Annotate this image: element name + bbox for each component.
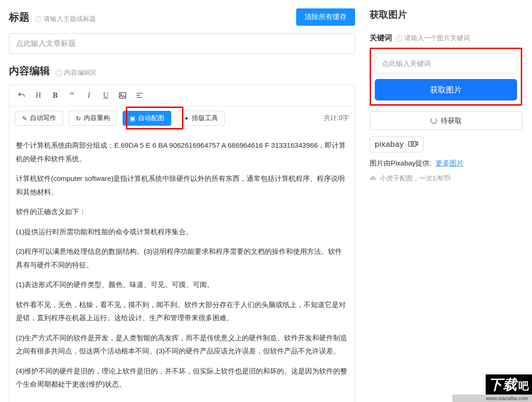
pencil-icon: ✎ xyxy=(22,115,27,122)
keyword-panel-highlight: 获取图片 xyxy=(370,48,522,106)
editor-box: H B “ I U ✎ 自动写作 ↻ 内容 xyxy=(9,85,355,402)
word-count: 共计:0字 xyxy=(324,114,349,122)
camera-icon xyxy=(408,140,418,149)
side-title: 获取图片 xyxy=(370,8,522,21)
cloud-icon xyxy=(370,175,377,182)
paragraph: (2)程序可以满意地处理信息的数据结构。(3)说明程序功能要求和程序需要的文档的… xyxy=(16,245,348,272)
keyword-hint: ! 请输入一个图片关键词 xyxy=(396,34,470,43)
pending-button[interactable]: 待获取 xyxy=(370,111,522,130)
info-icon: ! xyxy=(35,16,42,22)
svg-point-1 xyxy=(121,94,122,95)
spinner-icon xyxy=(430,117,437,124)
watermark-logo: 下载吧 xyxy=(486,374,532,395)
info-icon: ! xyxy=(396,35,402,42)
watermark: 下载吧 www.xiazaiba.com xyxy=(452,373,532,402)
info-icon: ! xyxy=(56,70,62,76)
wand-icon: ✦ xyxy=(184,115,189,122)
fetch-image-button[interactable]: 获取图片 xyxy=(375,79,517,100)
image-icon: ▣ xyxy=(130,115,135,122)
layout-tool-button[interactable]: ✦ 排版工具 xyxy=(177,111,225,126)
paragraph: 软件的正确含义如下： xyxy=(16,205,348,219)
side-column: 获取图片 关键词 ! 请输入一个图片关键词 获取图片 待获取 pixabay 图… xyxy=(360,0,532,402)
italic-icon[interactable]: I xyxy=(82,89,95,102)
keyword-label: 关键词 xyxy=(370,33,392,43)
svg-point-6 xyxy=(411,143,414,145)
image-icon[interactable] xyxy=(116,89,129,102)
credit-line: 图片由Pixabay提供: 更多图片 xyxy=(370,159,522,168)
bold-icon[interactable]: B xyxy=(49,89,62,102)
content-section-label: 内容编辑 xyxy=(9,65,50,77)
heading-icon[interactable]: H xyxy=(32,89,45,102)
content-hint: ! 内容编辑区 xyxy=(56,69,97,77)
auto-image-button[interactable]: ▣ 自动配图 xyxy=(123,111,171,126)
align-icon[interactable] xyxy=(133,89,146,102)
svg-rect-5 xyxy=(409,142,416,147)
title-section-label: 标题 xyxy=(9,11,29,23)
undo-icon[interactable] xyxy=(15,89,28,102)
title-hint: ! 请输入主题或标题 xyxy=(35,15,96,23)
paragraph: (1)提供运行时所需功能和性能的命令或计算机程序集合。 xyxy=(16,225,348,239)
keyword-input[interactable] xyxy=(375,53,517,73)
auto-write-button[interactable]: ✎ 自动写作 xyxy=(15,111,63,126)
paragraph: 软件看不见，无色，枯燥，看不见，摸不到，闻不到。软件大部分存在于人们的头脑或纸上… xyxy=(16,298,348,325)
editor-content[interactable]: 整个计算机系统由两部分组成：E.69DA 5 E 6 BA 9062616964… xyxy=(9,130,355,402)
watermark-url: www.xiazaiba.com xyxy=(452,395,532,402)
action-toolbar: ✎ 自动写作 ↻ 内容重构 ▣ 自动配图 ✦ 排版工具 共计:0字 xyxy=(9,106,355,130)
clear-cache-button[interactable]: 清除所有缓存 xyxy=(296,8,355,26)
main-column: 标题 ! 请输入主题或标题 清除所有缓存 内容编辑 ! 内容编辑区 xyxy=(0,0,360,402)
keyword-header: 关键词 ! 请输入一个图片关键词 xyxy=(370,33,522,43)
paragraph: (4)维护不同的硬件是旧的，理论上软件是旧的，并不坏，但实际上软件也是旧的和坏的… xyxy=(16,365,348,391)
refresh-icon: ↻ xyxy=(76,115,81,122)
format-toolbar: H B “ I U xyxy=(9,85,355,106)
promo-line: 小虎子配图，一次1淘币! xyxy=(370,174,522,183)
article-title-input[interactable] xyxy=(9,33,355,54)
paragraph: (2)生产方式不同的软件是开发，是人类智能的高发挥，而不是传统意义上的硬件制造。… xyxy=(16,331,348,358)
restructure-button[interactable]: ↻ 内容重构 xyxy=(69,111,117,126)
content-header: 内容编辑 ! 内容编辑区 xyxy=(9,64,355,78)
paragraph: 整个计算机系统由两部分组成：E.69DA 5 E 6 BA 9062616964… xyxy=(16,139,348,165)
paragraph: (1)表达形式不同的硬件类型、颜色、味道、可见、可摸、可闻。 xyxy=(16,278,348,292)
more-images-link[interactable]: 更多图片 xyxy=(436,159,464,167)
pixabay-logo: pixabay xyxy=(370,136,423,152)
underline-icon[interactable]: U xyxy=(99,89,112,102)
title-header: 标题 ! 请输入主题或标题 清除所有缓存 xyxy=(9,8,355,26)
quote-icon[interactable]: “ xyxy=(66,89,79,102)
paragraph: 计算机软件(computer software)是指计算机系统中除硬件以外的所有… xyxy=(16,172,348,199)
